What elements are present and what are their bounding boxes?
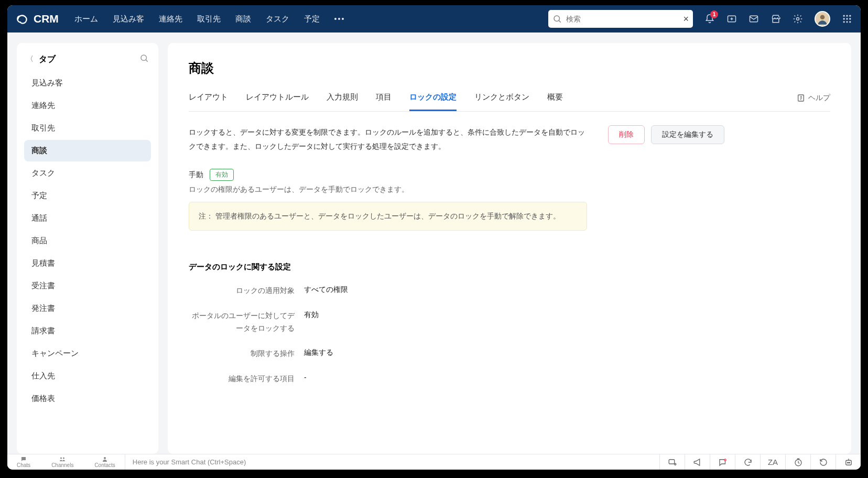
status-badge: 有効 <box>210 169 234 181</box>
sidebar: 〈 タブ 見込み客連絡先取引先商談タスク予定通話商品見積書受注書発注書請求書キャ… <box>17 43 158 454</box>
notification-badge: 1 <box>710 10 718 18</box>
apps-grid-icon[interactable] <box>842 14 852 24</box>
sidebar-item[interactable]: キャンペーン <box>24 343 151 364</box>
footer-history-icon[interactable] <box>810 454 836 470</box>
footer-channels[interactable]: Channels <box>51 456 73 468</box>
global-search[interactable]: × <box>548 10 693 28</box>
bell-icon[interactable]: 1 <box>704 14 715 24</box>
sidebar-item[interactable]: 商談 <box>24 140 151 161</box>
svg-point-6 <box>797 18 799 20</box>
sidebar-item[interactable]: タスク <box>24 162 151 184</box>
tab[interactable]: ロックの設定 <box>409 92 457 111</box>
setting-label: ポータルのユーザーに対してデータをロックする <box>189 310 304 335</box>
footer-chat-icon[interactable] <box>659 454 685 470</box>
nav-deals[interactable]: 商談 <box>235 14 251 24</box>
setting-row: ポータルのユーザーに対してデータをロックする有効 <box>189 310 830 335</box>
setting-value: すべての権限 <box>304 285 348 295</box>
nav-tasks[interactable]: タスク <box>266 14 289 24</box>
svg-line-19 <box>146 60 147 61</box>
page-title: 商談 <box>189 60 830 77</box>
nav-events[interactable]: 予定 <box>304 14 320 24</box>
tab[interactable]: レイアウト <box>189 92 228 111</box>
app-name: CRM <box>34 13 59 25</box>
setting-label: 制限する操作 <box>189 347 304 360</box>
sidebar-item[interactable]: 取引先 <box>24 117 151 139</box>
setting-label: 編集を許可する項目 <box>189 373 304 385</box>
settings-title: データのロックに関する設定 <box>189 262 830 272</box>
svg-point-12 <box>843 18 845 19</box>
sidebar-title: タブ <box>39 54 134 65</box>
mail-icon[interactable] <box>748 14 759 24</box>
plus-box-icon[interactable] <box>726 14 737 24</box>
manual-label: 手動 <box>189 170 203 180</box>
main-content: 商談 レイアウトレイアウトルール入力規則項目ロックの設定リンクとボタン概要 ヘル… <box>168 43 851 454</box>
manual-desc: ロックの権限があるユーザーは、データを手動でロックできます。 <box>189 185 830 194</box>
tab[interactable]: 概要 <box>547 92 563 111</box>
sidebar-item[interactable]: 通話 <box>24 208 151 229</box>
sidebar-item[interactable]: 予定 <box>24 185 151 207</box>
setting-label: ロックの適用対象 <box>189 285 304 297</box>
svg-point-23 <box>104 457 106 459</box>
nav-leads[interactable]: 見込み客 <box>113 14 144 24</box>
setting-value: 編集する <box>304 347 333 357</box>
sidebar-search-icon[interactable] <box>139 53 149 65</box>
tab[interactable]: リンクとボタン <box>474 92 529 111</box>
svg-point-8 <box>820 15 825 19</box>
tabs: レイアウトレイアウトルール入力規則項目ロックの設定リンクとボタン概要 ヘルプ <box>189 92 830 112</box>
tab[interactable]: 入力規則 <box>327 92 358 111</box>
svg-point-22 <box>63 458 64 459</box>
nav-home[interactable]: ホーム <box>74 14 98 24</box>
gear-icon[interactable] <box>793 14 803 24</box>
sidebar-back-icon[interactable]: 〈 <box>26 55 34 64</box>
search-input[interactable] <box>562 15 683 23</box>
footer-chats[interactable]: Chats <box>17 456 30 468</box>
svg-point-29 <box>847 462 848 463</box>
svg-point-18 <box>141 55 147 61</box>
footer-contacts[interactable]: Contacts <box>94 456 115 468</box>
search-clear-icon[interactable]: × <box>683 14 689 25</box>
svg-point-9 <box>843 15 845 17</box>
sidebar-item[interactable]: 価格表 <box>24 388 151 409</box>
store-icon[interactable] <box>771 14 781 24</box>
setting-value: 有効 <box>304 310 319 320</box>
footer-hint: Here is your Smart Chat (Ctrl+Space) <box>125 458 246 466</box>
sidebar-item[interactable]: 見積書 <box>24 253 151 274</box>
avatar[interactable] <box>815 11 830 27</box>
footer-bot-icon[interactable] <box>836 454 861 470</box>
svg-line-1 <box>559 20 560 22</box>
sidebar-item[interactable]: 仕入先 <box>24 365 151 387</box>
sidebar-item[interactable]: 請求書 <box>24 320 151 342</box>
footer-message-plus-icon[interactable] <box>710 454 735 470</box>
sidebar-item[interactable]: 商品 <box>24 230 151 252</box>
sidebar-item[interactable]: 連絡先 <box>24 95 151 116</box>
nav-more[interactable] <box>334 18 344 20</box>
tab[interactable]: レイアウトルール <box>246 92 309 111</box>
tab[interactable]: 項目 <box>376 92 392 111</box>
intro-text: ロックすると、データに対する変更を制限できます。ロックのルールを追加すると、条件… <box>189 125 587 153</box>
search-icon <box>552 14 562 24</box>
sidebar-item[interactable]: 見込み客 <box>24 72 151 94</box>
footer-clock-icon[interactable] <box>785 454 810 470</box>
svg-point-15 <box>843 21 845 23</box>
note-box: 注： 管理者権限のあるユーザーと、データをロックしたユーザーは、データのロックを… <box>189 202 587 231</box>
nav-contacts[interactable]: 連絡先 <box>159 14 182 24</box>
svg-point-21 <box>60 458 62 459</box>
edit-settings-button[interactable]: 設定を編集する <box>651 125 724 144</box>
main-nav: ホーム 見込み客 連絡先 取引先 商談 タスク 予定 <box>74 14 344 24</box>
sidebar-item[interactable]: 受注書 <box>24 275 151 297</box>
setting-row: ロックの適用対象すべての権限 <box>189 285 830 297</box>
delete-button[interactable]: 削除 <box>608 125 645 144</box>
setting-value: - <box>304 373 307 382</box>
help-link[interactable]: ヘルプ <box>797 93 830 110</box>
app-logo[interactable]: CRM <box>16 12 59 26</box>
svg-point-17 <box>849 21 851 23</box>
svg-point-0 <box>554 16 560 21</box>
sidebar-item[interactable]: 発注書 <box>24 298 151 319</box>
footer-megaphone-icon[interactable] <box>685 454 710 470</box>
footer-refresh-icon[interactable] <box>735 454 760 470</box>
setting-row: 編集を許可する項目- <box>189 373 830 385</box>
svg-point-25 <box>674 463 676 465</box>
footer-handwrite-icon[interactable]: ZA <box>760 454 785 470</box>
footer: Chats Channels Contacts Here is your Sma… <box>7 454 861 470</box>
nav-accounts[interactable]: 取引先 <box>197 14 221 24</box>
